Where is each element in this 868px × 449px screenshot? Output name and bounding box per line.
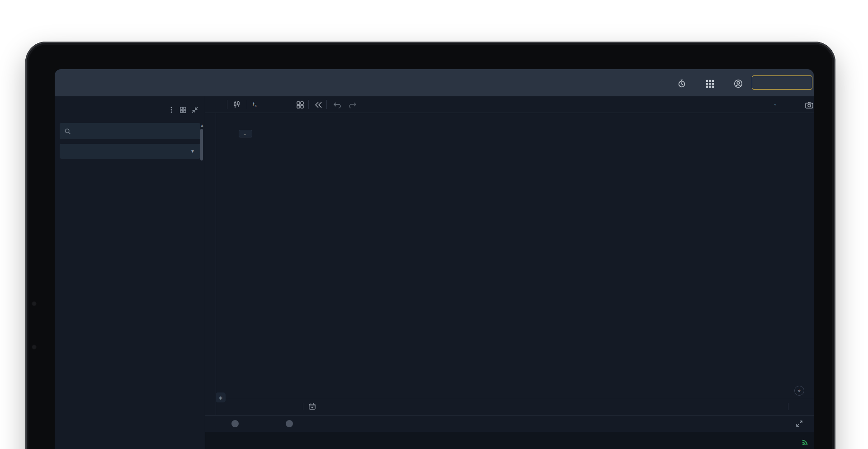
app-screen: ▼ ▲ ƒx: [55, 69, 814, 449]
drawing-toolbar: [205, 113, 216, 449]
tab-pending[interactable]: [283, 420, 293, 427]
candle-style-icon[interactable]: [232, 100, 241, 109]
indicators-collapsed-badge[interactable]: ⌄: [239, 130, 252, 137]
grid-view-icon[interactable]: [179, 106, 187, 113]
search-box[interactable]: [60, 123, 200, 139]
account-person-icon[interactable]: [733, 79, 743, 89]
scroll-up-icon[interactable]: ▲: [200, 123, 204, 128]
open-count-badge: [231, 420, 239, 427]
tab-open[interactable]: [228, 420, 239, 427]
tablet-frame: ▼ ▲ ƒx: [25, 42, 835, 449]
redo-icon[interactable]: [348, 100, 357, 109]
undo-icon[interactable]: [333, 100, 342, 109]
scrollbar-thumb[interactable]: [200, 129, 203, 161]
stopwatch-icon[interactable]: [677, 79, 687, 89]
account-stats-bar: [205, 432, 814, 449]
go-to-date-icon[interactable]: [308, 403, 316, 411]
bezel-button: [32, 301, 37, 306]
filter-dropdown[interactable]: ▼: [60, 144, 200, 159]
pending-count-badge: [286, 420, 293, 427]
price-chart-canvas[interactable]: [216, 112, 814, 415]
chevron-down-icon: ⌄: [243, 132, 247, 136]
camera-icon[interactable]: [805, 100, 814, 109]
apps-grid-icon[interactable]: [705, 79, 715, 89]
account-summary[interactable]: [577, 75, 581, 82]
search-icon: [64, 128, 71, 135]
chevron-down-icon: ▼: [190, 149, 195, 154]
layout-grid-icon[interactable]: [296, 100, 305, 109]
instruments-panel: ▼ ▲: [55, 96, 205, 449]
sidebar-scrollbar[interactable]: ▲: [200, 123, 204, 232]
timeframe-bar: [216, 399, 814, 415]
connection-signal-icon: [802, 439, 808, 445]
top-header: [55, 69, 814, 96]
scroll-to-realtime-button[interactable]: ⌖: [794, 386, 804, 396]
deposit-button[interactable]: [752, 76, 812, 90]
fx-icon[interactable]: ƒx: [252, 100, 257, 108]
expand-panel-icon[interactable]: [796, 420, 803, 427]
replay-icon[interactable]: [314, 100, 323, 109]
bezel-button: [32, 345, 37, 350]
chart-toolbar: ƒx ⌄ ↑: [205, 96, 814, 113]
positions-panel: [205, 415, 814, 432]
kebab-menu-icon[interactable]: [168, 106, 175, 113]
collapse-panel-icon[interactable]: [191, 106, 198, 113]
instrument-list: [55, 176, 205, 449]
search-input[interactable]: [75, 128, 183, 135]
save-button[interactable]: ⌄: [774, 100, 777, 107]
